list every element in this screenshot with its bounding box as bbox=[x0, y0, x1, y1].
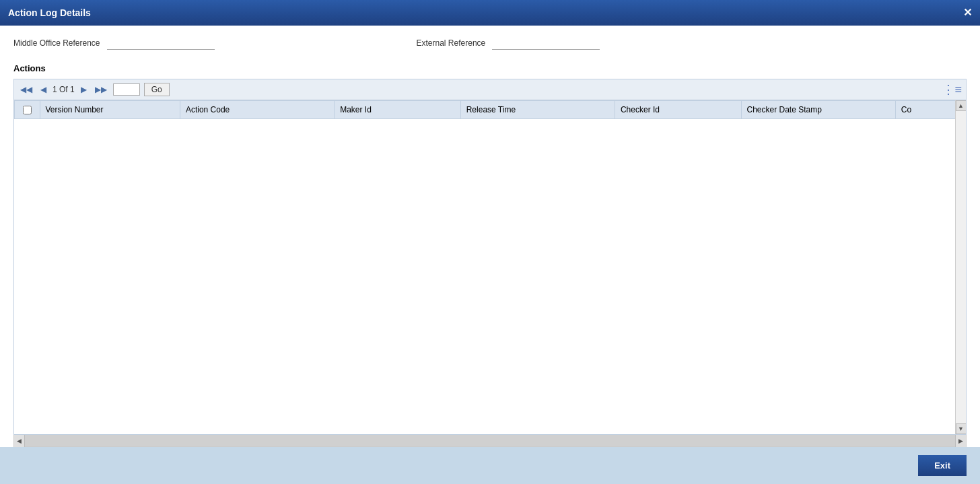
table-toolbar: ◀◀ ◀ 1 Of 1 ▶ ▶▶ Go ⋮≡ bbox=[13, 79, 967, 100]
scroll-left-arrow[interactable]: ◀ bbox=[14, 435, 25, 447]
vertical-scrollbar[interactable]: ▲ ▼ bbox=[955, 100, 966, 434]
total-pages: 1 bbox=[70, 85, 75, 94]
last-page-button[interactable]: ▶▶ bbox=[93, 83, 109, 96]
dialog-footer: Exit bbox=[0, 447, 980, 484]
scroll-up-arrow[interactable]: ▲ bbox=[956, 100, 967, 111]
maker-id-header: Maker Id bbox=[335, 101, 461, 119]
external-reference-input[interactable] bbox=[492, 36, 600, 50]
action-code-header: Action Code bbox=[180, 101, 334, 119]
checker-id-header: Checker Id bbox=[615, 101, 741, 119]
middle-office-reference-field: Middle Office Reference bbox=[13, 36, 215, 50]
exit-button[interactable]: Exit bbox=[918, 455, 967, 476]
next-page-icon: ▶ bbox=[81, 85, 87, 94]
title-bar: Action Log Details ✕ bbox=[0, 0, 980, 26]
form-row: Middle Office Reference External Referen… bbox=[13, 36, 967, 50]
external-reference-label: External Reference bbox=[417, 38, 486, 48]
scroll-track-h[interactable] bbox=[25, 435, 955, 446]
first-page-icon: ◀◀ bbox=[20, 85, 32, 94]
table-scroll-area: Version Number Action Code Maker Id Rele… bbox=[14, 100, 966, 434]
columns-button[interactable]: ⋮≡ bbox=[942, 82, 962, 97]
select-all-checkbox[interactable] bbox=[23, 106, 32, 114]
scroll-right-arrow[interactable]: ▶ bbox=[955, 435, 966, 447]
columns-icon: ⋮≡ bbox=[942, 83, 962, 96]
next-page-button[interactable]: ▶ bbox=[79, 83, 89, 96]
scroll-track-v[interactable] bbox=[956, 111, 966, 423]
select-all-column bbox=[15, 101, 40, 119]
scroll-down-arrow[interactable]: ▼ bbox=[956, 423, 967, 434]
middle-office-reference-input[interactable] bbox=[107, 36, 215, 50]
dialog-action-log-details: Action Log Details ✕ Middle Office Refer… bbox=[0, 0, 980, 484]
middle-office-reference-label: Middle Office Reference bbox=[13, 38, 100, 48]
prev-page-icon: ◀ bbox=[40, 85, 46, 94]
actions-table: Version Number Action Code Maker Id Rele… bbox=[14, 100, 966, 119]
prev-page-button[interactable]: ◀ bbox=[38, 83, 48, 96]
first-page-button[interactable]: ◀◀ bbox=[18, 83, 34, 96]
actions-section: Actions ◀◀ ◀ 1 Of 1 ▶ ▶▶ Go bbox=[13, 63, 967, 447]
actions-section-title: Actions bbox=[13, 63, 967, 73]
page-info: 1 Of 1 bbox=[53, 85, 75, 94]
release-time-header: Release Time bbox=[460, 101, 615, 119]
dialog-title: Action Log Details bbox=[8, 7, 91, 18]
external-reference-field: External Reference bbox=[417, 36, 600, 50]
actions-table-container: Version Number Action Code Maker Id Rele… bbox=[13, 100, 967, 435]
page-jump-input[interactable] bbox=[113, 83, 140, 96]
last-page-icon: ▶▶ bbox=[95, 85, 107, 94]
close-button[interactable]: ✕ bbox=[963, 7, 972, 18]
go-button[interactable]: Go bbox=[144, 83, 170, 96]
dialog-body: Middle Office Reference External Referen… bbox=[0, 26, 980, 447]
horizontal-scrollbar[interactable]: ◀ ▶ bbox=[13, 435, 967, 447]
current-page: 1 bbox=[53, 85, 57, 94]
checker-date-stamp-header: Checker Date Stamp bbox=[741, 101, 895, 119]
version-number-header: Version Number bbox=[40, 101, 180, 119]
